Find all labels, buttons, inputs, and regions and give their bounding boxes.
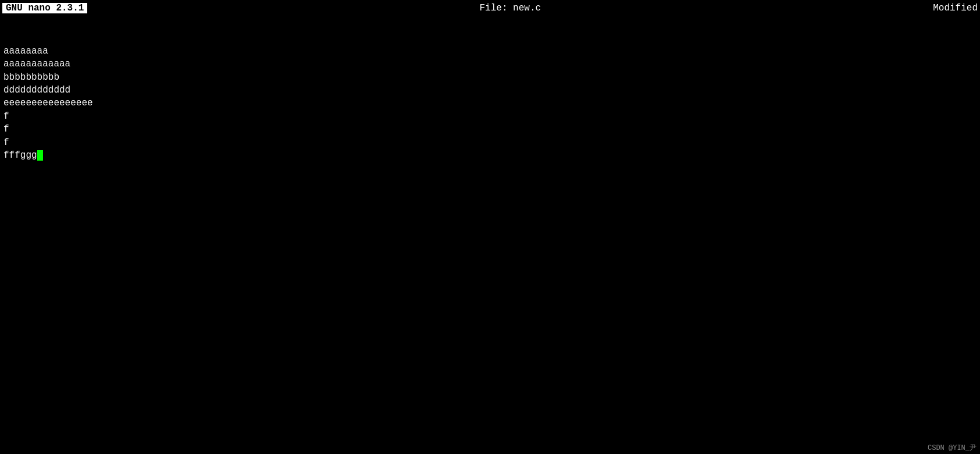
- editor-area[interactable]: aaaaaaaaaaaaaaaaaaaabbbbbbbbbbdddddddddd…: [0, 16, 980, 421]
- modified-status: Modified: [933, 3, 978, 13]
- editor-line: f: [3, 110, 977, 123]
- editor-line: bbbbbbbbbb: [3, 71, 977, 84]
- editor-line: eeeeeeeeeeeeeeee: [3, 97, 977, 109]
- cursor: [37, 150, 43, 161]
- shortcut-bar: [0, 421, 980, 454]
- title-bar: GNU nano 2.3.1 File: new.c Modified: [0, 0, 980, 16]
- editor-line: f: [3, 123, 977, 136]
- file-label: File: new.c: [87, 3, 933, 13]
- editor-line: f: [3, 136, 977, 149]
- app-name: GNU nano 2.3.1: [2, 3, 87, 13]
- editor-line: aaaaaaaaaaaa: [3, 58, 977, 70]
- editor-content: aaaaaaaaaaaaaaaaaaaabbbbbbbbbbdddddddddd…: [3, 45, 977, 162]
- watermark: CSDN @YIN_尹: [928, 443, 977, 453]
- editor-line: aaaaaaaa: [3, 45, 977, 58]
- editor-line: fffggg: [3, 149, 977, 162]
- editor-line: dddddddddddd: [3, 84, 977, 97]
